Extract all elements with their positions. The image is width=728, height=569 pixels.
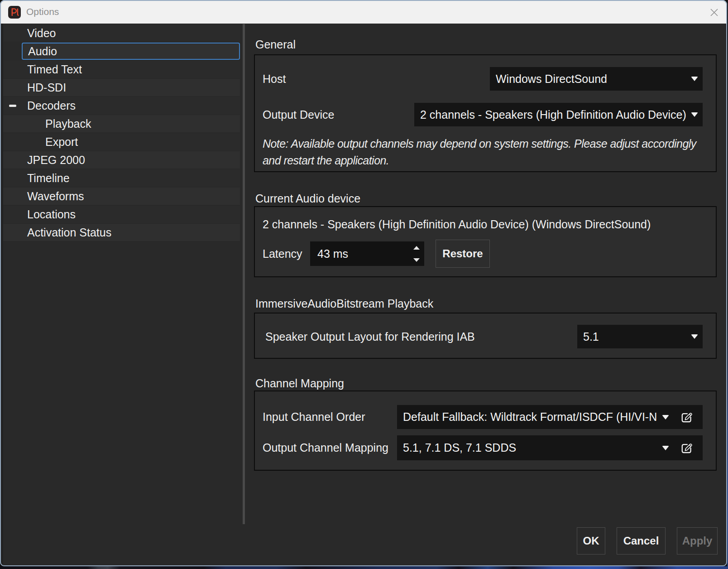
- titlebar: Options: [0, 0, 727, 24]
- sidebar-item-label: Waveforms: [27, 188, 84, 205]
- output-device-dropdown-caret-icon: [691, 112, 698, 117]
- output-channel-mapping-value: 5.1, 7.1 DS, 7.1 SDDS: [403, 435, 516, 460]
- sidebar-item-timeline[interactable]: Timeline: [3, 169, 240, 187]
- section-heading-channel-mapping: Channel Mapping: [255, 377, 344, 390]
- sidebar-item-hd-sdi[interactable]: HD-SDI: [3, 79, 240, 96]
- latency-decrement-icon[interactable]: [413, 258, 420, 262]
- app-icon-letters: [8, 6, 21, 19]
- sidebar-item-label: Timed Text: [27, 61, 82, 78]
- apply-button[interactable]: Apply: [677, 527, 718, 555]
- latency-increment-icon[interactable]: [413, 246, 420, 250]
- speaker-layout-dropdown-value: 5.1: [583, 325, 599, 348]
- latency-label: Latency: [263, 247, 302, 260]
- current-device-info: 2 channels - Speakers (High Definition A…: [263, 218, 651, 231]
- edit-input-channel-order-icon[interactable]: [681, 411, 693, 423]
- sidebar-item-label: Playback: [45, 115, 91, 132]
- latency-value: 43 ms: [317, 241, 348, 266]
- sidebar-item-timed-text[interactable]: Timed Text: [3, 61, 240, 78]
- section-heading-iab: ImmersiveAudioBitstream Playback: [255, 297, 433, 310]
- speaker-layout-label: Speaker Output Layout for Rendering IAB: [265, 330, 475, 343]
- section-heading-general: General: [255, 38, 296, 51]
- ok-button[interactable]: OK: [577, 527, 605, 555]
- close-icon: [710, 9, 718, 16]
- host-dropdown[interactable]: Windows DirectSound: [490, 67, 703, 91]
- sidebar-item-audio[interactable]: Audio: [22, 43, 240, 60]
- sidebar-item-decoders[interactable]: Decoders: [3, 97, 240, 114]
- sidebar-item-label: HD-SDI: [27, 79, 66, 96]
- host-label: Host: [263, 72, 286, 85]
- output-device-dropdown-value: 2 channels - Speakers (High Definition A…: [420, 103, 686, 126]
- sidebar-item-activation-status[interactable]: Activation Status: [3, 224, 240, 241]
- sidebar-item-label: Export: [45, 133, 78, 150]
- sidebar-item-waveforms[interactable]: Waveforms: [3, 188, 240, 205]
- sidebar-item-label: Video: [27, 24, 56, 42]
- cancel-button[interactable]: Cancel: [617, 527, 666, 555]
- sidebar-item-label: Activation Status: [27, 224, 111, 241]
- output-channel-mapping-caret-icon: [662, 446, 669, 450]
- sidebar-item-label: Timeline: [27, 169, 70, 187]
- sidebar-item-label: Locations: [27, 206, 76, 223]
- window-title: Options: [26, 0, 59, 24]
- speaker-layout-dropdown[interactable]: 5.1: [577, 325, 703, 348]
- sidebar-item-jpeg-2000[interactable]: JPEG 2000: [3, 151, 240, 169]
- edit-output-channel-mapping-icon[interactable]: [681, 442, 693, 454]
- output-channel-mapping-label: Output Channel Mapping: [263, 441, 388, 454]
- host-dropdown-caret-icon: [691, 77, 698, 81]
- sidebar-item-export[interactable]: Export: [3, 133, 240, 150]
- sidebar-splitter[interactable]: [243, 24, 245, 524]
- input-channel-order-value: Default Fallback: Wildtrack Format/ISDCF…: [403, 405, 657, 429]
- input-channel-order-label: Input Channel Order: [263, 410, 365, 423]
- output-device-label: Output Device: [263, 108, 334, 121]
- speaker-layout-dropdown-caret-icon: [691, 334, 698, 339]
- close-button[interactable]: [706, 5, 722, 20]
- sidebar-item-label: Decoders: [27, 97, 76, 114]
- collapse-expander-icon[interactable]: [9, 105, 16, 107]
- background-bottom-strip: [0, 566, 728, 569]
- sidebar-item-locations[interactable]: Locations: [3, 206, 240, 223]
- latency-spinbox[interactable]: 43 ms: [310, 241, 424, 266]
- restore-button[interactable]: Restore: [436, 240, 490, 268]
- app-icon: [8, 6, 21, 19]
- output-device-dropdown[interactable]: 2 channels - Speakers (High Definition A…: [414, 103, 703, 126]
- input-channel-order-dropdown[interactable]: Default Fallback: Wildtrack Format/ISDCF…: [397, 405, 703, 429]
- options-dialog: Options VideoAudioTimed TextHD-SDIDecode…: [0, 0, 727, 566]
- section-heading-current-audio-device: Current Audio device: [255, 192, 360, 205]
- sidebar-item-label: Audio: [28, 43, 57, 60]
- sidebar-item-playback[interactable]: Playback: [3, 115, 240, 132]
- sidebar-item-label: JPEG 2000: [27, 151, 85, 169]
- input-channel-order-caret-icon: [662, 415, 669, 420]
- sidebar-item-video[interactable]: Video: [3, 24, 240, 42]
- output-channel-mapping-dropdown[interactable]: 5.1, 7.1 DS, 7.1 SDDS: [397, 435, 703, 460]
- output-note: Note: Available output channels may depe…: [263, 135, 711, 169]
- host-dropdown-value: Windows DirectSound: [496, 67, 607, 91]
